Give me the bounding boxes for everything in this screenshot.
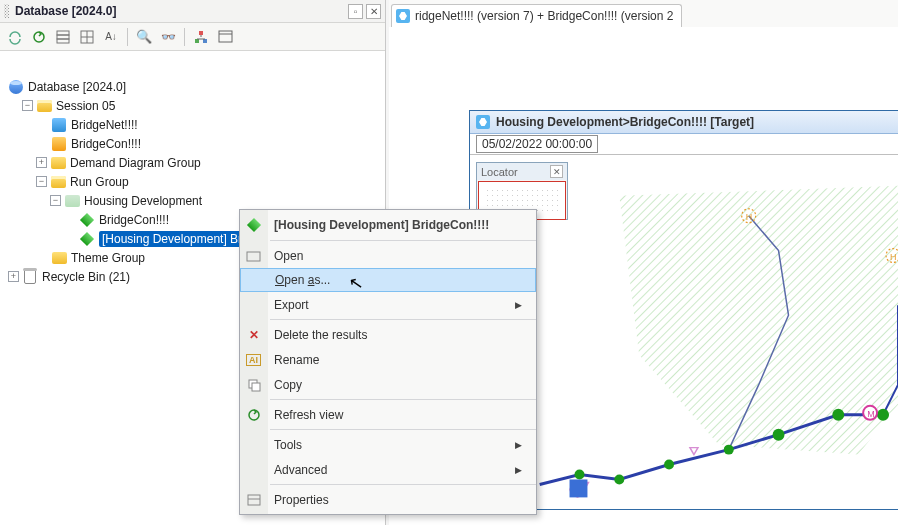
svg-point-21 (832, 409, 844, 421)
submenu-arrow-icon: ▶ (515, 300, 522, 310)
svg-point-22 (877, 409, 889, 421)
tree-root-label: Database [2024.0] (28, 80, 126, 94)
document-tab[interactable]: ridgeNet!!!! (version 7) + BridgeCon!!!!… (391, 4, 682, 27)
binoculars-icon[interactable]: 👓 (157, 26, 179, 48)
copy-icon (245, 376, 262, 393)
expand-icon[interactable]: + (8, 271, 19, 282)
close-panel-button[interactable]: ✕ (366, 4, 381, 19)
sort-asc-icon[interactable]: A↓ (100, 26, 122, 48)
tree-root[interactable]: Database [2024.0] (4, 77, 385, 96)
date-field[interactable]: 05/02/2022 00:00:00 (476, 135, 598, 153)
collapse-icon[interactable]: − (50, 195, 61, 206)
svg-rect-34 (252, 383, 260, 391)
refresh-icon[interactable] (28, 26, 50, 48)
menu-advanced[interactable]: Advanced ▶ (240, 457, 536, 482)
menu-tools[interactable]: Tools ▶ (240, 432, 536, 457)
svg-point-20 (773, 429, 785, 441)
svg-point-18 (664, 460, 674, 470)
map-window-title: Housing Development>BridgeCon!!!! [Targe… (496, 115, 754, 129)
submenu-arrow-icon: ▶ (515, 440, 522, 450)
svg-rect-32 (247, 252, 260, 261)
drag-handle-icon[interactable] (4, 4, 9, 18)
panel-title: Database [2024.0] (15, 4, 348, 18)
svg-rect-12 (219, 31, 232, 42)
submenu-arrow-icon: ▶ (515, 465, 522, 475)
svg-point-16 (575, 470, 585, 480)
menu-open-as-label: Open as... (275, 273, 330, 287)
panel-toolbar: A↓ 🔍 👓 (0, 23, 385, 51)
menu-header: [Housing Development] BridgeCon!!!! (240, 212, 536, 238)
delete-icon: ✕ (245, 326, 262, 343)
search-icon[interactable]: 🔍 (133, 26, 155, 48)
tree-housing-dev[interactable]: − Housing Development (4, 191, 385, 210)
context-menu: [Housing Development] BridgeCon!!!! Open… (239, 209, 537, 515)
refresh-icon (245, 406, 262, 423)
svg-rect-1 (57, 31, 69, 35)
rename-icon: AI (245, 351, 262, 368)
panel-titlebar: Database [2024.0] ▫ ✕ (0, 0, 385, 23)
menu-properties[interactable]: Properties (240, 487, 536, 512)
network-icon (476, 115, 490, 129)
map-window-titlebar[interactable]: Housing Development>BridgeCon!!!! [Targe… (470, 111, 898, 134)
svg-rect-2 (57, 35, 69, 39)
document-icon (396, 9, 410, 23)
tree-bridgenet[interactable]: BridgeNet!!!! (4, 115, 385, 134)
svg-text:H: H (890, 252, 896, 262)
svg-point-35 (249, 410, 259, 420)
menu-rename[interactable]: AI Rename (240, 347, 536, 372)
svg-rect-31 (570, 479, 588, 497)
table-icon[interactable] (76, 26, 98, 48)
window-icon[interactable] (214, 26, 236, 48)
svg-rect-8 (195, 39, 199, 43)
tree-bridgecon[interactable]: BridgeCon!!!! (4, 134, 385, 153)
svg-text:M: M (867, 409, 874, 419)
document-tab-bar: ridgeNet!!!! (version 7) + BridgeCon!!!!… (389, 0, 898, 27)
svg-rect-7 (199, 31, 203, 35)
svg-rect-36 (248, 495, 260, 505)
properties-icon (245, 491, 262, 508)
grid-icon[interactable] (52, 26, 74, 48)
menu-copy[interactable]: Copy (240, 372, 536, 397)
svg-point-17 (614, 475, 624, 485)
connect-icon[interactable] (4, 26, 26, 48)
tree-run-group[interactable]: − Run Group (4, 172, 385, 191)
open-icon (245, 247, 262, 264)
document-tab-label: ridgeNet!!!! (version 7) + BridgeCon!!!!… (415, 9, 673, 23)
svg-point-19 (724, 445, 734, 455)
svg-text:H: H (746, 212, 752, 222)
minimize-panel-button[interactable]: ▫ (348, 4, 363, 19)
date-bar: 05/02/2022 00:00:00 (470, 134, 898, 155)
svg-point-0 (34, 32, 44, 42)
menu-export[interactable]: Export ▶ (240, 292, 536, 317)
collapse-icon[interactable]: − (22, 100, 33, 111)
menu-open-as[interactable]: Open as... (240, 268, 536, 292)
expand-icon[interactable]: + (36, 157, 47, 168)
svg-rect-3 (57, 39, 69, 43)
tree-session[interactable]: − Session 05 (4, 96, 385, 115)
tree-demand-group[interactable]: + Demand Diagram Group (4, 153, 385, 172)
menu-delete[interactable]: ✕ Delete the results (240, 322, 536, 347)
svg-rect-9 (203, 39, 207, 43)
hierarchy-icon[interactable] (190, 26, 212, 48)
menu-refresh[interactable]: Refresh view (240, 402, 536, 427)
collapse-icon[interactable]: − (36, 176, 47, 187)
menu-open[interactable]: Open (240, 243, 536, 268)
